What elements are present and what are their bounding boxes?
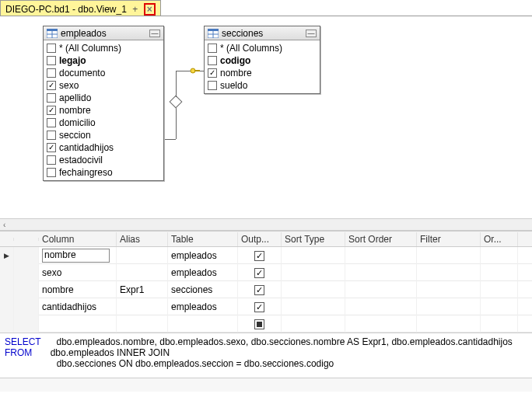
column-cell[interactable]: cantidadhijos	[39, 298, 117, 315]
field-checkbox[interactable]	[47, 81, 56, 90]
output-cell[interactable]	[238, 298, 282, 315]
output-checkbox[interactable]	[254, 302, 264, 312]
field-checkbox[interactable]	[47, 143, 56, 152]
field-row[interactable]: nombre	[208, 67, 317, 79]
grid-cell[interactable]	[345, 264, 417, 281]
field-row[interactable]: estadocivil	[47, 154, 160, 166]
output-checkbox[interactable]	[254, 319, 264, 329]
field-checkbox[interactable]	[47, 106, 56, 115]
table-header[interactable]: empleados —	[44, 26, 163, 40]
table-cell[interactable]	[168, 315, 238, 333]
diagram-hscroll[interactable]: ‹	[0, 218, 532, 231]
grid-cell[interactable]	[481, 247, 518, 264]
table-header[interactable]: secciones —	[205, 26, 320, 40]
output-cell[interactable]	[238, 315, 282, 333]
column-cell[interactable]: sexo	[39, 264, 117, 281]
field-row[interactable]: documento	[47, 67, 160, 79]
grid-row[interactable]: sexoempleados	[0, 264, 532, 281]
alias-cell[interactable]	[117, 315, 168, 333]
table-cell[interactable]: secciones	[168, 281, 238, 298]
grid-cell[interactable]	[417, 247, 481, 264]
grid-cell[interactable]	[345, 298, 417, 315]
alias-cell[interactable]	[117, 247, 168, 264]
field-row[interactable]: fechaingreso	[47, 166, 160, 179]
col-header-filter[interactable]: Filter	[417, 232, 481, 246]
output-checkbox[interactable]	[254, 285, 264, 295]
field-row[interactable]: * (All Columns)	[47, 42, 160, 54]
field-row[interactable]: seccion	[47, 129, 160, 141]
output-cell[interactable]	[238, 264, 282, 281]
grid-cell[interactable]	[417, 298, 481, 315]
grid-row[interactable]	[0, 315, 532, 333]
field-row[interactable]: sexo	[47, 79, 160, 92]
row-selector[interactable]	[14, 298, 39, 315]
field-checkbox[interactable]	[47, 68, 56, 78]
field-row[interactable]: codigo	[208, 54, 317, 67]
field-checkbox[interactable]	[47, 118, 56, 127]
table-secciones[interactable]: secciones — * (All Columns)codigonombres…	[204, 26, 320, 94]
grid-cell[interactable]	[282, 264, 345, 281]
field-checkbox[interactable]	[208, 81, 217, 90]
grid-cell[interactable]	[282, 315, 345, 333]
field-row[interactable]: apellido	[47, 92, 160, 104]
grid-cell[interactable]	[481, 281, 518, 298]
table-cell[interactable]: empleados	[168, 298, 238, 315]
table-empleados[interactable]: empleados — * (All Columns)legajodocumen…	[43, 26, 164, 181]
grid-cell[interactable]	[481, 315, 518, 333]
grid-cell[interactable]	[417, 281, 481, 298]
relation-diamond-icon[interactable]	[170, 96, 183, 109]
col-header-sorttype[interactable]: Sort Type	[282, 232, 345, 246]
grid-cell[interactable]	[282, 298, 345, 315]
col-header-column[interactable]: Column	[39, 232, 117, 246]
tab-plus-icon[interactable]: +	[130, 4, 141, 15]
field-checkbox[interactable]	[47, 168, 56, 177]
diagram-pane[interactable]: empleados — * (All Columns)legajodocumen…	[0, 16, 532, 218]
grid-cell[interactable]	[345, 247, 417, 264]
col-header-or[interactable]: Or...	[481, 232, 518, 246]
sql-pane[interactable]: SELECT dbo.empleados.nombre, dbo.emplead…	[0, 333, 532, 378]
table-cell[interactable]: empleados	[168, 264, 238, 281]
scroll-left-icon[interactable]: ‹	[3, 221, 5, 229]
grid-cell[interactable]	[417, 315, 481, 333]
alias-cell[interactable]: Expr1	[117, 281, 168, 298]
grid-row[interactable]: cantidadhijosempleados	[0, 298, 532, 315]
row-selector[interactable]	[14, 315, 39, 333]
field-checkbox[interactable]	[47, 93, 56, 103]
table-cell[interactable]: empleados	[168, 247, 238, 264]
grid-cell[interactable]	[282, 281, 345, 298]
field-row[interactable]: nombre	[47, 104, 160, 117]
grid-cell[interactable]	[417, 264, 481, 281]
close-icon[interactable]: ×	[147, 4, 152, 15]
grid-cell[interactable]	[345, 281, 417, 298]
field-checkbox[interactable]	[47, 131, 56, 140]
grid-cell[interactable]	[345, 315, 417, 333]
field-row[interactable]: legajo	[47, 54, 160, 67]
column-cell-editing[interactable]: nombre	[42, 249, 110, 263]
field-checkbox[interactable]	[47, 44, 56, 53]
alias-cell[interactable]	[117, 264, 168, 281]
grid-cell[interactable]	[282, 247, 345, 264]
column-cell[interactable]: nombre	[39, 281, 117, 298]
field-checkbox[interactable]	[208, 56, 217, 65]
row-selector[interactable]	[14, 264, 39, 281]
output-cell[interactable]	[238, 247, 282, 264]
row-selector[interactable]	[14, 281, 39, 298]
column-cell[interactable]: nombre	[39, 247, 117, 264]
grid-cell[interactable]	[481, 298, 518, 315]
col-header-output[interactable]: Outp...	[238, 232, 282, 246]
active-tab[interactable]: DIEGO-PC.bd1 - dbo.View_1 + ×	[0, 0, 161, 16]
grid-row[interactable]: nombreExpr1secciones	[0, 281, 532, 298]
table-menu-icon[interactable]: —	[306, 30, 317, 37]
field-checkbox[interactable]	[208, 44, 217, 53]
field-checkbox[interactable]	[47, 155, 56, 165]
output-cell[interactable]	[238, 281, 282, 298]
field-checkbox[interactable]	[208, 68, 217, 78]
col-header-sortorder[interactable]: Sort Order	[345, 232, 417, 246]
field-row[interactable]: * (All Columns)	[208, 42, 317, 54]
grid-cell[interactable]	[481, 264, 518, 281]
output-checkbox[interactable]	[254, 268, 264, 278]
row-selector[interactable]	[14, 247, 39, 264]
col-header-alias[interactable]: Alias	[117, 232, 168, 246]
alias-cell[interactable]	[117, 298, 168, 315]
grid-row[interactable]: ▶nombreempleados	[0, 247, 532, 264]
